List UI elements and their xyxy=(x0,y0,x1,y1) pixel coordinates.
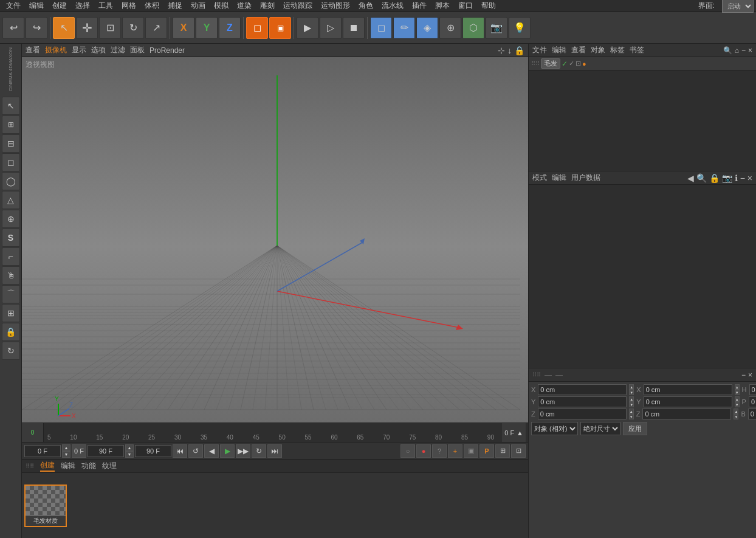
menu-mograph[interactable]: 运动图形 xyxy=(317,1,354,11)
menu-plugins[interactable]: 插件 xyxy=(408,1,430,11)
menu-tools[interactable]: 工具 xyxy=(95,1,117,11)
viewport-menu-panel[interactable]: 面板 xyxy=(130,45,145,55)
render-stop-button[interactable]: ⏹ xyxy=(343,17,365,39)
bottom-tab-create[interactable]: 创建 xyxy=(40,460,55,472)
attr-z-spinner[interactable]: ▲ ▼ xyxy=(629,409,634,419)
goto-start-button[interactable]: ⏮ xyxy=(173,444,187,458)
filter-hair[interactable]: 毛发 xyxy=(541,58,560,69)
attr-x2-spinner[interactable]: ▲ ▼ xyxy=(735,384,740,395)
attr-x-input[interactable] xyxy=(538,384,627,395)
deformer-button[interactable]: ⊛ xyxy=(439,17,461,39)
viewport-menu-display[interactable]: 显示 xyxy=(72,45,86,55)
keyframe-mark-button[interactable]: ▣ xyxy=(464,444,478,458)
viewport-icon-down[interactable]: ↓ xyxy=(507,46,512,55)
menu-create[interactable]: 创建 xyxy=(49,1,70,11)
sidebar-cursor-tool[interactable]: ↖ xyxy=(2,97,20,115)
attr-y2-input[interactable] xyxy=(644,396,732,407)
menu-script[interactable]: 脚本 xyxy=(431,1,453,11)
viewport[interactable]: 查看 摄像机 显示 选项 过滤 面板 ProRender ⊹ ↓ 🔒 xyxy=(22,44,528,422)
menu-animate[interactable]: 动画 xyxy=(187,1,209,11)
keyframe-plus-button[interactable]: + xyxy=(448,444,462,458)
attr-z2-spinner[interactable]: ▲ ▼ xyxy=(734,409,738,419)
sidebar-grid-tool[interactable]: ⊟ xyxy=(2,134,20,153)
interface-dropdown[interactable]: 启动 xyxy=(722,0,754,13)
attr-y2-spinner[interactable]: ▲ ▼ xyxy=(735,396,740,407)
menu-snap[interactable]: 捕捉 xyxy=(164,1,186,11)
timeline[interactable]: 0 5 10 15 20 25 30 35 40 45 50 xyxy=(22,422,528,442)
right-home-icon[interactable]: ⌂ xyxy=(735,46,739,55)
attr-close[interactable]: × xyxy=(748,371,752,379)
camera-button[interactable]: 📷 xyxy=(486,17,507,39)
prev-frame-button[interactable]: ◀ xyxy=(204,444,219,458)
sidebar-pointer-tool[interactable]: 🖱 xyxy=(2,266,20,285)
sidebar-target-tool[interactable]: ⊕ xyxy=(2,210,20,228)
right-middle-lock[interactable]: 🔒 xyxy=(709,173,720,183)
live-select-button[interactable]: ▣ xyxy=(269,17,291,39)
sidebar-spline-tool[interactable]: ⌒ xyxy=(2,285,20,303)
bottom-tab-function[interactable]: 功能 xyxy=(81,461,96,471)
sidebar-lock-tool[interactable]: 🔒 xyxy=(2,323,20,341)
viewport-menu-filter[interactable]: 过滤 xyxy=(111,45,125,55)
right-menu-edit[interactable]: 编辑 xyxy=(552,45,566,55)
goto-end-button[interactable]: ⏭ xyxy=(267,444,282,458)
rotate-tool-button[interactable]: ↻ xyxy=(122,17,144,39)
cube-button[interactable]: ◻ xyxy=(370,17,392,39)
sidebar-sphere-tool[interactable]: ◯ xyxy=(2,172,20,190)
right-middle-close[interactable]: × xyxy=(747,173,752,183)
auto-key-button[interactable]: ? xyxy=(432,444,447,458)
attr-z2-input[interactable] xyxy=(642,409,731,419)
z-axis-button[interactable]: Z xyxy=(219,17,241,39)
sidebar-grid2-tool[interactable]: ⊞ xyxy=(2,304,20,322)
viewport-menu-camera[interactable]: 摄像机 xyxy=(45,45,67,55)
right-menu-file[interactable]: 文件 xyxy=(532,45,547,55)
preview-end-input[interactable] xyxy=(135,445,171,457)
right-middle-back[interactable]: ◀ xyxy=(687,173,694,183)
sidebar-triangle-tool[interactable]: △ xyxy=(2,191,20,209)
play-button[interactable]: ▶ xyxy=(220,444,235,458)
menu-render[interactable]: 道染 xyxy=(233,1,255,11)
apply-button[interactable]: 应用 xyxy=(623,422,647,435)
menu-select[interactable]: 选择 xyxy=(72,1,94,11)
right-edit-label[interactable]: 编辑 xyxy=(552,173,566,183)
frame-end-input[interactable] xyxy=(88,445,124,457)
step-forward-button[interactable]: ↻ xyxy=(252,444,266,458)
right-middle-info[interactable]: ℹ xyxy=(735,173,738,183)
scene-button[interactable]: ⬡ xyxy=(462,17,484,39)
record-mode-button[interactable]: ○ xyxy=(400,444,415,458)
right-menu-tag[interactable]: 标签 xyxy=(610,45,625,55)
viewport-menu-options[interactable]: 选项 xyxy=(91,45,106,55)
sidebar-checkerboard[interactable]: ⊞ xyxy=(2,116,20,134)
nurbs-button[interactable]: ◈ xyxy=(416,17,438,39)
timeline-toggle-button[interactable]: ⊡ xyxy=(511,444,526,458)
attr-minimize[interactable]: − xyxy=(741,371,746,379)
menu-character[interactable]: 角色 xyxy=(355,1,377,11)
undo-button[interactable]: ↩ xyxy=(2,17,24,39)
attr-y-spinner[interactable]: ▲ ▼ xyxy=(629,396,634,407)
pen-button[interactable]: ✏ xyxy=(393,17,415,39)
menu-pipeline[interactable]: 流水线 xyxy=(378,1,407,11)
bottom-tab-texture[interactable]: 纹理 xyxy=(102,461,117,471)
menu-volume[interactable]: 体积 xyxy=(141,1,163,11)
x-axis-button[interactable]: X xyxy=(173,17,194,39)
viewport-menu-view[interactable]: 查看 xyxy=(26,45,40,55)
keyframe-grid-button[interactable]: ⊞ xyxy=(495,444,510,458)
y-axis-button[interactable]: Y xyxy=(196,17,218,39)
size-mode-select[interactable]: 绝对尺寸 xyxy=(580,422,620,435)
right-menu-object[interactable]: 对象 xyxy=(591,45,605,55)
viewport-menu-prorender[interactable]: ProRender xyxy=(149,46,185,55)
right-middle-minus[interactable]: − xyxy=(740,173,745,183)
attr-p-input[interactable] xyxy=(749,396,756,407)
attr-y-input[interactable] xyxy=(538,396,627,407)
attr-x2-input[interactable] xyxy=(644,384,732,395)
redo-button[interactable]: ↪ xyxy=(26,17,47,39)
model-mode-button[interactable]: ◻ xyxy=(246,17,268,39)
right-menu-bookmark[interactable]: 书签 xyxy=(630,45,644,55)
render-view-button[interactable]: ▶ xyxy=(297,17,318,39)
sidebar-cube-tool[interactable]: ◻ xyxy=(2,153,20,171)
select2-tool-button[interactable]: ↗ xyxy=(145,17,167,39)
timeline-track[interactable]: 5 10 15 20 25 30 35 40 45 50 55 60 65 70 xyxy=(44,423,528,442)
right-close-icon[interactable]: × xyxy=(748,46,752,55)
menu-mesh[interactable]: 网格 xyxy=(118,1,140,11)
attr-h-input[interactable] xyxy=(749,384,756,395)
menu-sculpt[interactable]: 雕刻 xyxy=(256,1,278,11)
